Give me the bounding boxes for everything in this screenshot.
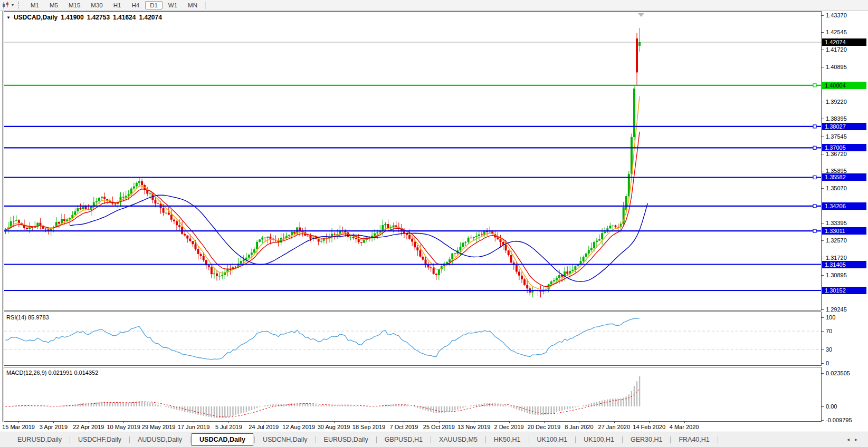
axis-tick-mark xyxy=(821,275,824,276)
date-label: 3 Apr 2019 xyxy=(40,424,68,430)
date-tick-mark xyxy=(18,422,19,423)
macd-canvas[interactable] xyxy=(4,367,821,421)
date-tick-mark xyxy=(194,422,194,423)
price-tick-label: 1.41720 xyxy=(826,46,847,53)
timeframe-button-m1[interactable]: M1 xyxy=(26,1,44,9)
date-tick-mark xyxy=(404,422,404,423)
trading-terminal: { "colors":{"bull":"#00b300","bear":"#e6… xyxy=(0,0,868,447)
chart-tab-eurusd-daily[interactable]: EURUSD,Daily xyxy=(11,434,69,445)
date-tick-mark xyxy=(649,422,650,423)
date-tick-mark xyxy=(544,422,545,423)
date-label: 17 Jun 2019 xyxy=(178,424,210,430)
date-tick-mark xyxy=(53,422,54,423)
time-axis: 15 Mar 20193 Apr 201922 Apr 201910 May 2… xyxy=(3,422,821,432)
price-tick-label: 1.38395 xyxy=(826,115,847,122)
tab-scroll-arrows[interactable]: ◂▸ xyxy=(847,436,863,442)
ohlc-high: 1.42753 xyxy=(87,14,110,21)
chart-tab-usdchf-daily[interactable]: USDCHF,Daily xyxy=(71,434,128,445)
date-label: 24 Jul 2019 xyxy=(249,424,279,430)
chart-tab-hk50-h1[interactable]: HK50,H1 xyxy=(487,434,528,445)
axis-tick-mark xyxy=(821,50,824,50)
chart-tab-gbpusd-h1[interactable]: GBPUSD,H1 xyxy=(378,434,430,445)
timeframe-button-d1[interactable]: D1 xyxy=(145,1,163,9)
chart-tab-eurusd-daily[interactable]: EURUSD,Daily xyxy=(317,434,375,445)
date-tick-mark xyxy=(334,422,335,423)
date-label: 27 Jan 2020 xyxy=(598,424,631,430)
level-price-badge: 1.38027 xyxy=(822,123,866,130)
date-label: 18 Sep 2019 xyxy=(352,424,385,430)
ohlc-close: 1.42074 xyxy=(139,14,161,21)
price-tick-label: 1.43370 xyxy=(826,12,847,18)
chart-tab-audusd-daily[interactable]: AUDUSD,Daily xyxy=(131,434,189,445)
ohlc-open: 1.41900 xyxy=(61,14,83,21)
timeframe-button-h4[interactable]: H4 xyxy=(127,1,144,9)
axis-tick-mark xyxy=(821,317,824,318)
tab-divider xyxy=(70,436,70,443)
axis-tick-mark xyxy=(821,119,824,119)
macd-indicator-panel[interactable] xyxy=(4,367,822,422)
date-label: 5 Jul 2019 xyxy=(215,424,242,430)
price-tick-label: 1.30895 xyxy=(826,272,847,278)
tab-divider xyxy=(254,436,255,443)
price-tick-label: 1.33395 xyxy=(826,220,847,226)
tab-divider xyxy=(190,436,190,443)
level-price-badge: 1.40004 xyxy=(822,82,866,89)
chart-type-button[interactable]: ▾ xyxy=(0,2,15,9)
date-label: 10 May 2019 xyxy=(107,424,140,430)
timeframe-button-h1[interactable]: H1 xyxy=(109,1,126,9)
chart-tab-uk100-h1[interactable]: UK100,H1 xyxy=(530,434,575,445)
timeframe-button-m5[interactable]: M5 xyxy=(45,1,63,9)
chart-tab-uk100-h1[interactable]: UK100,H1 xyxy=(577,434,621,445)
axis-tick-mark xyxy=(821,258,824,258)
date-label: 7 Oct 2019 xyxy=(389,424,418,430)
rsi-scale-label: 70 xyxy=(826,328,832,334)
axis-tick-mark xyxy=(821,171,824,171)
date-tick-mark xyxy=(264,422,264,423)
axis-tick-mark xyxy=(821,67,824,67)
axis-tick-mark xyxy=(821,15,824,16)
axis-tick-mark xyxy=(821,188,824,189)
level-price-badge: 1.30152 xyxy=(822,287,866,294)
level-price-badge: 1.35582 xyxy=(822,173,866,181)
price-chart-panel[interactable] xyxy=(4,11,822,310)
timeframe-button-m15[interactable]: M15 xyxy=(64,1,85,9)
tab-divider xyxy=(316,436,316,443)
timeframe-button-mn[interactable]: MN xyxy=(183,1,202,9)
price-tick-label: 1.35895 xyxy=(826,168,847,174)
date-tick-mark xyxy=(614,422,615,423)
axis-tick-mark xyxy=(821,406,824,407)
date-tick-mark xyxy=(123,422,124,423)
axis-tick-mark xyxy=(821,331,824,332)
rsi-indicator-panel[interactable] xyxy=(4,312,822,366)
level-price-badge: 1.33011 xyxy=(822,227,866,235)
tab-scroll-left-icon[interactable]: ◂ xyxy=(847,436,855,442)
date-label: 29 May 2019 xyxy=(142,424,176,430)
rsi-scale-label: 100 xyxy=(826,314,835,320)
axis-tick-mark xyxy=(821,102,824,102)
timeframe-button-m30[interactable]: M30 xyxy=(86,1,107,9)
tab-divider xyxy=(529,436,529,443)
macd-scale-label: -0.009795 xyxy=(826,417,852,423)
tab-divider xyxy=(575,436,576,443)
current-price-badge: 1.42074 xyxy=(822,38,866,46)
tab-divider xyxy=(485,436,486,443)
price-tick-label: 1.31720 xyxy=(826,255,847,261)
timeframe-button-w1[interactable]: W1 xyxy=(164,1,182,9)
date-label: 14 Feb 2020 xyxy=(633,424,665,430)
price-tick-label: 1.36720 xyxy=(826,151,847,157)
axis-tick-mark xyxy=(821,223,824,224)
price-tick-label: 1.37545 xyxy=(826,133,847,140)
axis-tick-mark xyxy=(821,137,824,137)
chart-tab-bar: EURUSD,DailyUSDCHF,DailyAUDUSD,DailyUSDC… xyxy=(0,432,868,447)
date-label: 20 Dec 2019 xyxy=(528,424,560,430)
rsi-canvas[interactable] xyxy=(4,312,821,365)
date-tick-mark xyxy=(474,422,474,423)
chart-tab-usdcnh-daily[interactable]: USDCNH,Daily xyxy=(256,434,314,445)
tab-scroll-right-icon[interactable]: ▸ xyxy=(855,436,863,442)
price-chart-canvas[interactable] xyxy=(4,12,821,310)
chart-tab-fra40-h1[interactable]: FRA40,H1 xyxy=(672,434,716,445)
chart-tab-ger30-h1[interactable]: GER30,H1 xyxy=(624,434,669,445)
chart-tab-usdcad-daily[interactable]: USDCAD,Daily xyxy=(192,433,253,446)
chart-tab-xauusd-m5[interactable]: XAUUSD,M5 xyxy=(432,434,484,445)
level-price-badge: 1.34206 xyxy=(822,202,866,210)
